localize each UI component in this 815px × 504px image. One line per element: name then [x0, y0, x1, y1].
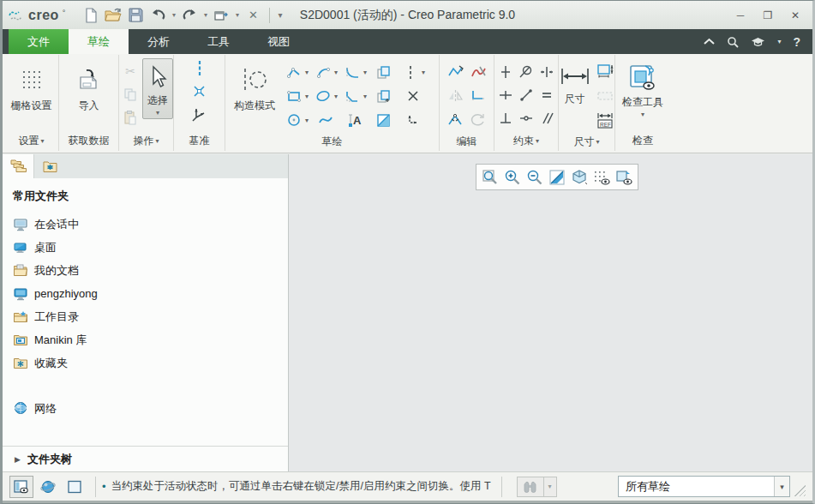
inspect-tools-button[interactable]: 检查工具 ▾: [617, 58, 668, 121]
maximize-button[interactable]: ❐: [756, 6, 780, 25]
line-dropdown[interactable]: ▾: [303, 69, 311, 76]
circle-dropdown[interactable]: ▾: [303, 117, 311, 124]
windows-button[interactable]: [211, 5, 231, 26]
mirror-icon[interactable]: [444, 85, 466, 107]
tab-analysis[interactable]: 分析: [129, 29, 189, 54]
select-dropdown[interactable]: ▾: [156, 109, 159, 117]
delete-segment-icon[interactable]: [467, 61, 489, 83]
fillet-dropdown[interactable]: ▾: [361, 69, 369, 76]
paste-icon[interactable]: [119, 106, 141, 129]
group-label-datum[interactable]: 基准: [174, 130, 225, 151]
grid-settings-button[interactable]: 栅格设置: [6, 58, 57, 114]
spline-icon[interactable]: [315, 109, 337, 131]
tangent-constraint-icon[interactable]: [515, 61, 537, 83]
group-label-settings[interactable]: 设置▾: [4, 130, 58, 151]
learning-center-dropdown[interactable]: ▾: [777, 38, 781, 45]
construction-centerline-icon[interactable]: [402, 61, 419, 83]
rotate-resize-icon[interactable]: [467, 109, 489, 131]
ellipse-dropdown[interactable]: ▾: [332, 93, 340, 100]
rectangle-icon[interactable]: [285, 85, 303, 107]
save-button[interactable]: [125, 5, 146, 26]
coincident-constraint-icon[interactable]: [515, 84, 537, 106]
vertical-constraint-icon[interactable]: [494, 61, 517, 83]
chamfer-dropdown[interactable]: ▾: [361, 93, 369, 100]
cut-icon[interactable]: ✂: [119, 60, 141, 82]
close-window-button[interactable]: ✕: [243, 5, 263, 26]
corner-icon[interactable]: [467, 85, 489, 107]
copy-icon[interactable]: [119, 83, 141, 105]
symmetric-constraint-icon[interactable]: [515, 107, 537, 129]
folder-item-manikin-library[interactable]: Manikin 库: [13, 328, 288, 351]
undo-button[interactable]: [147, 5, 168, 26]
perimeter-icon[interactable]: [594, 60, 616, 82]
folder-item-working-directory[interactable]: 工作目录: [13, 305, 288, 328]
web-browser-button[interactable]: [36, 476, 60, 498]
import-coordsys-icon[interactable]: [402, 109, 424, 131]
offset-icon[interactable]: [373, 61, 395, 83]
group-label-constrain[interactable]: 约束▾: [494, 130, 558, 151]
folder-tree-bar[interactable]: ▶ 文件夹树: [3, 446, 288, 471]
windows-dropdown[interactable]: ▾: [233, 11, 241, 19]
tab-favorites[interactable]: [34, 154, 66, 178]
minimize-ribbon-icon[interactable]: [704, 38, 715, 45]
arc-dropdown[interactable]: ▾: [332, 69, 340, 76]
zoom-out-icon[interactable]: [524, 166, 546, 189]
customize-qat-dropdown[interactable]: ▾: [276, 10, 284, 20]
coordinate-system-icon[interactable]: [189, 105, 211, 123]
group-label-edit[interactable]: 编辑: [440, 132, 494, 151]
tab-sketch[interactable]: 草绘: [69, 29, 129, 54]
repaint-icon[interactable]: [546, 166, 568, 189]
text-icon[interactable]: A: [344, 109, 366, 131]
group-label-sketch[interactable]: 草绘: [225, 132, 439, 151]
display-style-icon[interactable]: [568, 166, 590, 189]
select-button[interactable]: 选择 ▾: [142, 58, 173, 119]
sketcher-filters-icon[interactable]: [590, 166, 613, 189]
tab-view[interactable]: 视图: [249, 29, 309, 54]
filter-dropdown-button[interactable]: ▾: [774, 477, 789, 496]
group-label-dimension[interactable]: 尺寸▾: [559, 132, 614, 151]
baseline-icon[interactable]: [594, 85, 616, 107]
parallel-constraint-icon[interactable]: [536, 107, 558, 129]
folder-item-network[interactable]: 网络: [13, 397, 288, 420]
folder-item-desktop[interactable]: 桌面: [13, 236, 288, 259]
circle-icon[interactable]: [285, 109, 303, 131]
fillet-icon[interactable]: [344, 61, 361, 83]
group-label-operations[interactable]: 操作▾: [119, 130, 173, 151]
search-icon[interactable]: [727, 36, 739, 48]
find-dropdown[interactable]: ▾: [543, 477, 556, 496]
sketch-filter-combobox[interactable]: 所有草绘 ▾: [618, 476, 790, 497]
zoom-in-icon[interactable]: [501, 166, 524, 189]
help-icon[interactable]: ?: [793, 35, 800, 49]
tab-tools[interactable]: 工具: [189, 29, 249, 54]
undo-dropdown[interactable]: ▾: [170, 11, 177, 19]
rectangle-dropdown[interactable]: ▾: [303, 93, 311, 100]
tab-folder-browser[interactable]: [3, 154, 34, 178]
graphics-area[interactable]: [289, 154, 812, 471]
open-file-button[interactable]: [103, 5, 123, 26]
modify-icon[interactable]: [444, 61, 466, 83]
ellipse-icon[interactable]: [315, 85, 332, 107]
folder-tree-expander-icon[interactable]: ▶: [15, 455, 21, 464]
redo-dropdown[interactable]: ▾: [201, 11, 209, 19]
thicken-icon[interactable]: [373, 85, 395, 107]
midpoint-constraint-icon[interactable]: [536, 61, 558, 83]
refit-icon[interactable]: [479, 166, 501, 189]
folder-item-favorites[interactable]: 收藏夹: [13, 351, 288, 375]
group-label-get-data[interactable]: 获取数据: [59, 130, 118, 151]
navigator-toggle-button[interactable]: [9, 476, 33, 498]
find-binoculars-icon[interactable]: [518, 477, 543, 496]
folder-item-in-session[interactable]: 在会话中: [13, 213, 288, 236]
centerline-icon[interactable]: [189, 60, 211, 77]
construction-mode-button[interactable]: 构造模式: [229, 58, 280, 114]
learning-center-icon[interactable]: [751, 37, 765, 47]
group-label-inspect[interactable]: 检查: [615, 130, 670, 151]
close-button[interactable]: ✕: [783, 6, 807, 25]
import-button[interactable]: 导入: [71, 58, 107, 114]
tab-file[interactable]: 文件: [9, 29, 69, 54]
folder-item-my-documents[interactable]: 我的文档: [13, 259, 288, 282]
folder-item-computer[interactable]: pengzhiyong: [13, 282, 288, 305]
arc-icon[interactable]: [315, 61, 332, 83]
centerline-dropdown[interactable]: ▾: [419, 69, 428, 76]
redo-button[interactable]: [179, 5, 200, 26]
line-icon[interactable]: [285, 61, 303, 83]
